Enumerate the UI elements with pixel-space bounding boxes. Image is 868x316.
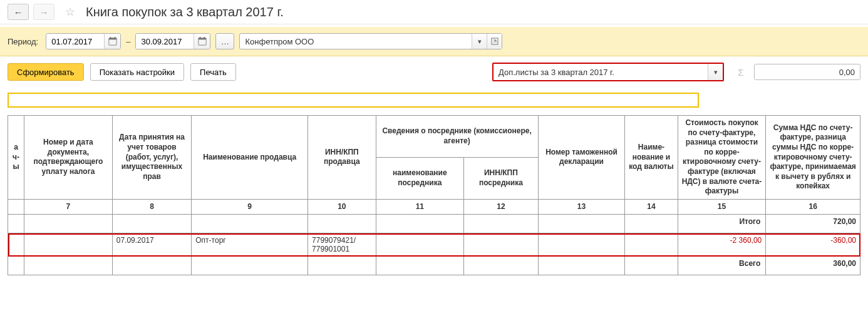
col8-header: Дата принятия на учет товаров (работ, ус…: [112, 116, 192, 200]
colnum-11: 11: [376, 199, 464, 215]
summary-total: 0,00: [754, 64, 860, 80]
period-from-input[interactable]: [46, 34, 104, 49]
col12-header: ИНН/КПП посредника: [464, 157, 539, 199]
favorite-star-icon[interactable]: ☆: [63, 5, 77, 19]
cell-inn: 7799079421/ 779901001: [308, 233, 376, 257]
toolbar: Сформировать Показать настройки Печать Д…: [0, 56, 868, 88]
period-dash: –: [126, 37, 130, 46]
table-row[interactable]: 07.09.2017 Опт-торг 7799079421/ 77990100…: [8, 233, 860, 257]
cell-seller: Опт-торг: [192, 233, 308, 257]
col15-header: Стоимость покупок по счету-фактуре, разн…: [678, 116, 766, 200]
colnum-14: 14: [625, 199, 678, 215]
vsego-value: 360,00: [766, 257, 860, 275]
col9-header: Наименование продавца: [192, 116, 308, 200]
colnum-7: 7: [24, 199, 113, 215]
company-select-value: Конфетпром ООО: [240, 37, 472, 46]
generate-button[interactable]: Сформировать: [8, 63, 84, 81]
period-to-calendar-icon[interactable]: [194, 34, 210, 49]
period-from-wrap: [46, 33, 121, 49]
page-title: Книга покупок за 3 квартал 2017 г.: [86, 5, 284, 19]
col7-header: Номер и дата документа, подтвержда­ющего…: [24, 116, 113, 200]
col10-header: ИНН/КПП продавца: [308, 116, 376, 200]
cell-date: 07.09.2017: [112, 233, 192, 257]
forward-button[interactable]: →: [33, 4, 54, 20]
sheets-dropdown-icon[interactable]: ▾: [708, 64, 723, 80]
itogo-label: Итого: [678, 215, 766, 233]
colnum-15: 15: [678, 199, 766, 215]
sheets-dropdown[interactable]: Доп.листы за 3 квартал 2017 г. ▾: [492, 63, 724, 81]
period-to-input[interactable]: [136, 34, 194, 49]
period-to-wrap: [135, 33, 210, 49]
col14-header: Наиме­нование и код валюты: [625, 116, 678, 200]
report-highlight-row[interactable]: [8, 93, 699, 108]
period-bar: Период: – … Конфетпром ООО ▾: [0, 27, 868, 56]
col16-header: Сумма НДС по счету-фактуре, разница сумм…: [766, 116, 860, 200]
colnum-12: 12: [464, 199, 539, 215]
colnum-10: 10: [308, 199, 376, 215]
svg-rect-7: [204, 37, 205, 39]
report-table: а ч- ы Номер и дата документа, подтвержд…: [8, 115, 860, 275]
col13-header: Номер таможенной декларации: [538, 116, 625, 200]
itogo-value: 720,00: [766, 215, 860, 233]
sigma-icon: Σ: [734, 67, 748, 78]
cell-vat: -360,00: [766, 233, 860, 257]
company-select[interactable]: Конфетпром ООО ▾: [239, 33, 502, 49]
show-settings-button[interactable]: Показать настройки: [90, 63, 184, 81]
svg-rect-3: [114, 37, 115, 39]
colnum-9: 9: [192, 199, 308, 215]
svg-rect-2: [110, 37, 111, 39]
col-trunc: а ч- ы: [8, 116, 24, 200]
company-open-icon[interactable]: [487, 34, 502, 49]
company-dropdown-icon[interactable]: ▾: [472, 34, 487, 49]
vsego-label: Всего: [678, 257, 766, 275]
cell-cost: -2 360,00: [678, 233, 766, 257]
colnum-blank: [8, 199, 24, 215]
sheets-dropdown-value: Доп.листы за 3 квартал 2017 г.: [493, 68, 708, 77]
svg-rect-6: [200, 37, 201, 39]
print-button[interactable]: Печать: [190, 63, 236, 81]
back-button[interactable]: ←: [8, 4, 29, 20]
colnum-8: 8: [112, 199, 192, 215]
col11-12-group-header: Сведения о посреднике (комиссионере, аге…: [376, 116, 538, 158]
period-label: Период:: [8, 37, 38, 46]
period-more-button[interactable]: …: [215, 33, 234, 49]
period-from-calendar-icon[interactable]: [104, 34, 120, 49]
colnum-16: 16: [766, 199, 860, 215]
colnum-13: 13: [538, 199, 625, 215]
col11-header: наименование посредника: [376, 157, 464, 199]
